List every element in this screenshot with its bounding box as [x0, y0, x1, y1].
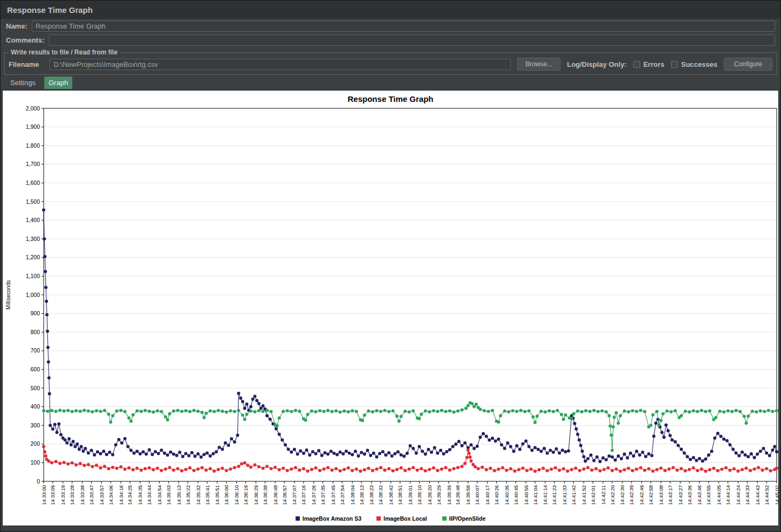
svg-text:14:36:29: 14:36:29 — [253, 485, 259, 505]
errors-checkbox-wrap: Errors — [633, 60, 664, 68]
svg-text:400: 400 — [30, 403, 40, 410]
svg-text:14:42:01: 14:42:01 — [590, 485, 596, 505]
legend-item-openslide: IIP/OpenSlide — [442, 515, 486, 522]
svg-text:14:39:29: 14:39:29 — [436, 485, 442, 505]
svg-text:14:36:10: 14:36:10 — [234, 485, 239, 505]
svg-text:300: 300 — [30, 422, 40, 429]
legend-item-local: ImageBox Local — [376, 515, 427, 522]
write-results-group-title: Write results to file / Read from file — [9, 49, 120, 56]
tab-settings[interactable]: Settings — [6, 77, 40, 89]
svg-text:1,700: 1,700 — [26, 161, 40, 167]
svg-text:14:37:35: 14:37:35 — [320, 485, 326, 505]
svg-text:14:44:05: 14:44:05 — [716, 485, 722, 505]
svg-text:14:33:57: 14:33:57 — [99, 485, 105, 505]
chart-title: Response Time Graph — [3, 91, 778, 105]
svg-text:14:36:48: 14:36:48 — [272, 485, 278, 505]
legend-item-amazon-s3: ImageBox Amazon S3 — [296, 515, 361, 522]
svg-text:14:43:08: 14:43:08 — [658, 485, 664, 505]
svg-text:14:33:00: 14:33:00 — [41, 485, 47, 505]
svg-text:14:38:23: 14:38:23 — [368, 485, 374, 505]
svg-text:14:34:54: 14:34:54 — [156, 485, 162, 505]
page-title: Response Time Graph — [7, 5, 93, 15]
legend-swatch-amazon-s3 — [296, 516, 300, 521]
svg-text:14:35:41: 14:35:41 — [204, 485, 210, 505]
svg-text:14:40:36: 14:40:36 — [504, 485, 510, 505]
errors-label: Errors — [643, 60, 664, 68]
svg-text:14:37:16: 14:37:16 — [300, 485, 306, 505]
legend-label-openslide: IIP/OpenSlide — [449, 515, 486, 522]
svg-text:Milliseconds: Milliseconds — [5, 280, 11, 309]
svg-text:14:35:22: 14:35:22 — [185, 485, 191, 505]
svg-text:14:44:14: 14:44:14 — [725, 485, 731, 505]
svg-text:14:37:45: 14:37:45 — [330, 485, 336, 505]
svg-text:14:40:07: 14:40:07 — [474, 485, 480, 505]
svg-text:14:43:46: 14:43:46 — [696, 485, 702, 505]
svg-text:14:41:14: 14:41:14 — [542, 485, 548, 505]
svg-text:14:36:57: 14:36:57 — [282, 485, 287, 505]
svg-text:14:38:04: 14:38:04 — [350, 485, 355, 505]
chart-legend: ImageBox Amazon S3 ImageBox Local IIP/Op… — [3, 514, 778, 523]
svg-text:14:34:16: 14:34:16 — [118, 485, 124, 505]
configure-button[interactable]: Configure — [724, 58, 772, 71]
svg-text:14:35:51: 14:35:51 — [214, 485, 220, 505]
svg-text:14:33:09: 14:33:09 — [50, 485, 56, 505]
svg-text:14:39:58: 14:39:58 — [465, 485, 471, 505]
svg-text:14:37:54: 14:37:54 — [339, 485, 345, 505]
svg-text:600: 600 — [30, 366, 40, 372]
svg-text:14:45:02: 14:45:02 — [774, 485, 779, 505]
svg-text:14:39:10: 14:39:10 — [416, 485, 422, 505]
svg-text:14:40:55: 14:40:55 — [523, 485, 529, 505]
successes-checkbox-wrap: Successes — [671, 60, 717, 68]
svg-text:14:37:07: 14:37:07 — [291, 485, 297, 505]
svg-text:14:44:43: 14:44:43 — [755, 485, 761, 505]
svg-text:14:37:26: 14:37:26 — [311, 485, 317, 505]
svg-text:14:36:38: 14:36:38 — [262, 485, 268, 505]
browse-button[interactable]: Browse... — [517, 58, 560, 71]
svg-text:14:33:19: 14:33:19 — [60, 485, 66, 505]
svg-text:14:33:47: 14:33:47 — [88, 485, 94, 505]
svg-text:14:33:28: 14:33:28 — [69, 485, 75, 505]
svg-text:14:42:39: 14:42:39 — [628, 485, 634, 505]
svg-text:14:38:51: 14:38:51 — [397, 485, 403, 505]
tab-bar: Settings Graph — [1, 75, 780, 90]
svg-text:14:41:04: 14:41:04 — [532, 485, 538, 505]
svg-text:14:44:24: 14:44:24 — [735, 485, 741, 505]
svg-text:14:34:25: 14:34:25 — [127, 485, 133, 505]
svg-text:14:41:52: 14:41:52 — [581, 485, 587, 505]
response-time-chart: 01002003004005006007008009001,0001,1001,… — [3, 105, 779, 514]
svg-text:14:39:01: 14:39:01 — [407, 485, 413, 505]
errors-checkbox[interactable] — [633, 61, 640, 68]
filename-row: Filename Browse... Log/Display Only: Err… — [9, 58, 772, 71]
svg-text:14:41:23: 14:41:23 — [551, 485, 557, 505]
svg-text:14:42:49: 14:42:49 — [639, 485, 645, 505]
svg-text:14:35:03: 14:35:03 — [166, 485, 172, 505]
successes-checkbox[interactable] — [671, 61, 678, 68]
svg-text:500: 500 — [30, 385, 40, 391]
log-display-only-label: Log/Display Only: — [567, 60, 627, 68]
svg-text:14:42:20: 14:42:20 — [609, 485, 615, 505]
svg-text:1,000: 1,000 — [26, 292, 40, 298]
tab-graph[interactable]: Graph — [44, 77, 72, 89]
name-row: Name: — [1, 19, 780, 33]
name-input[interactable] — [32, 20, 775, 32]
svg-text:14:38:32: 14:38:32 — [378, 485, 383, 505]
svg-text:1,200: 1,200 — [26, 254, 40, 260]
svg-text:14:34:06: 14:34:06 — [108, 485, 114, 505]
svg-text:900: 900 — [30, 310, 40, 316]
svg-text:14:40:26: 14:40:26 — [494, 485, 499, 505]
comments-row: Comments: — [1, 33, 780, 47]
filename-input[interactable] — [50, 59, 511, 70]
svg-text:14:43:36: 14:43:36 — [687, 485, 693, 505]
svg-text:1,900: 1,900 — [26, 123, 40, 130]
svg-text:14:38:13: 14:38:13 — [359, 485, 365, 505]
svg-text:2,000: 2,000 — [26, 105, 40, 112]
svg-text:1,100: 1,100 — [26, 273, 40, 279]
svg-text:1,800: 1,800 — [26, 142, 40, 149]
svg-text:1,500: 1,500 — [26, 198, 40, 205]
svg-text:700: 700 — [30, 347, 40, 354]
comments-input[interactable] — [49, 34, 775, 46]
svg-text:14:41:33: 14:41:33 — [561, 485, 567, 505]
svg-text:1,300: 1,300 — [26, 236, 40, 242]
svg-text:14:43:55: 14:43:55 — [705, 485, 711, 505]
filename-label: Filename — [9, 60, 39, 68]
